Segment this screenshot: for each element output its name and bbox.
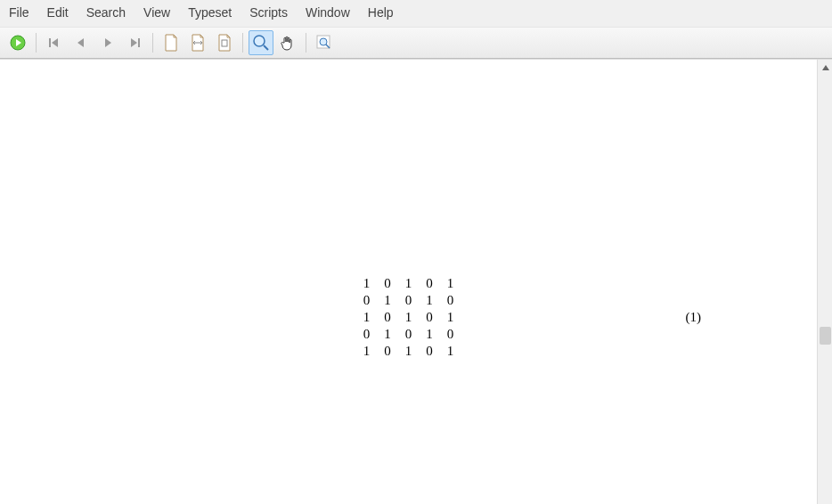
- svg-marker-6: [131, 38, 137, 47]
- last-icon: [126, 35, 143, 51]
- nav-last-button[interactable]: [122, 30, 147, 55]
- play-icon: [10, 35, 26, 51]
- zoom-tool-button[interactable]: [249, 30, 273, 55]
- nav-next-button[interactable]: [95, 30, 120, 55]
- matrix-cell: 1: [398, 275, 420, 292]
- matrix-cell: 1: [377, 292, 398, 309]
- nav-prev-button[interactable]: [69, 30, 94, 55]
- matrix-row: 1 0 1 0 1: [356, 275, 461, 292]
- scroll-up-arrow-icon[interactable]: [818, 60, 832, 75]
- equation-number: (1): [686, 310, 702, 325]
- matrix-cell: 0: [398, 292, 420, 309]
- separator: [306, 33, 306, 53]
- first-icon: [46, 35, 62, 51]
- svg-marker-3: [52, 38, 58, 47]
- menubar: File Edit Search View Typeset Scripts Wi…: [0, 0, 832, 28]
- matrix-cell: 1: [440, 275, 461, 292]
- matrix-cell: 1: [419, 326, 440, 343]
- zoom-region-button[interactable]: [312, 30, 337, 55]
- actual-size-button[interactable]: [212, 30, 237, 55]
- prev-icon: [73, 35, 89, 51]
- page-icon: [163, 34, 179, 52]
- pan-tool-button[interactable]: [275, 30, 300, 55]
- matrix: 1 0 1 0 1 0 1 0 1 0 1 0: [356, 275, 461, 360]
- matrix-cell: 1: [398, 343, 420, 360]
- vertical-scrollbar[interactable]: [817, 60, 832, 504]
- page-actual-icon: [216, 34, 232, 52]
- zoom-region-icon: [315, 34, 333, 52]
- matrix-cell: 0: [377, 343, 398, 360]
- menu-search[interactable]: Search: [77, 2, 135, 23]
- menu-view[interactable]: View: [135, 2, 179, 23]
- matrix-cell: 0: [419, 309, 440, 326]
- matrix-row: 1 0 1 0 1: [356, 343, 461, 360]
- separator: [242, 33, 243, 53]
- toolbar: [0, 28, 832, 59]
- menu-edit[interactable]: Edit: [38, 2, 77, 23]
- svg-line-10: [264, 45, 268, 50]
- matrix-cell: 1: [440, 343, 461, 360]
- fit-page-button[interactable]: [159, 30, 184, 55]
- menu-help[interactable]: Help: [359, 2, 403, 23]
- matrix-cell: 0: [419, 275, 440, 292]
- separator: [152, 33, 153, 53]
- menu-scripts[interactable]: Scripts: [241, 2, 297, 23]
- separator: [36, 33, 37, 53]
- content-area: 1 0 1 0 1 0 1 0 1 0 1 0: [0, 59, 832, 504]
- menu-file[interactable]: File: [0, 2, 38, 23]
- svg-marker-14: [822, 65, 829, 70]
- scroll-thumb[interactable]: [820, 327, 831, 345]
- matrix-cell: 0: [356, 292, 378, 309]
- svg-marker-4: [77, 38, 84, 47]
- matrix-row: 0 1 0 1 0: [356, 292, 461, 309]
- next-icon: [100, 35, 116, 51]
- matrix-cell: 0: [377, 309, 398, 326]
- nav-first-button[interactable]: [42, 30, 67, 55]
- matrix-cell: 0: [377, 275, 398, 292]
- matrix-cell: 0: [419, 343, 440, 360]
- matrix-cell: 1: [377, 326, 398, 343]
- matrix-cell: 1: [419, 292, 440, 309]
- matrix-row: 1 0 1 0 1: [356, 309, 461, 326]
- matrix-cell: 1: [440, 309, 461, 326]
- menu-window[interactable]: Window: [297, 2, 359, 23]
- magnifier-icon: [252, 34, 270, 52]
- matrix-cell: 0: [440, 326, 461, 343]
- document-viewport[interactable]: 1 0 1 0 1 0 1 0 1 0 1 0: [0, 60, 817, 504]
- matrix-row: 0 1 0 1 0: [356, 326, 461, 343]
- svg-point-12: [320, 38, 327, 45]
- svg-rect-7: [138, 38, 140, 47]
- svg-point-9: [254, 36, 265, 46]
- svg-rect-2: [49, 38, 51, 47]
- matrix-cell: 1: [356, 343, 378, 360]
- menu-typeset[interactable]: Typeset: [179, 2, 241, 23]
- hand-icon: [279, 34, 297, 52]
- matrix-cell: 0: [440, 292, 461, 309]
- page-width-icon: [190, 34, 206, 52]
- svg-marker-5: [105, 38, 111, 47]
- matrix-cell: 0: [356, 326, 378, 343]
- fit-width-button[interactable]: [185, 30, 210, 55]
- matrix-cell: 1: [398, 309, 420, 326]
- matrix-cell: 1: [356, 275, 378, 292]
- matrix-cell: 1: [356, 309, 378, 326]
- typeset-button[interactable]: [5, 30, 30, 55]
- matrix-cell: 0: [398, 326, 420, 343]
- equation: 1 0 1 0 1 0 1 0 1 0 1 0: [0, 275, 817, 360]
